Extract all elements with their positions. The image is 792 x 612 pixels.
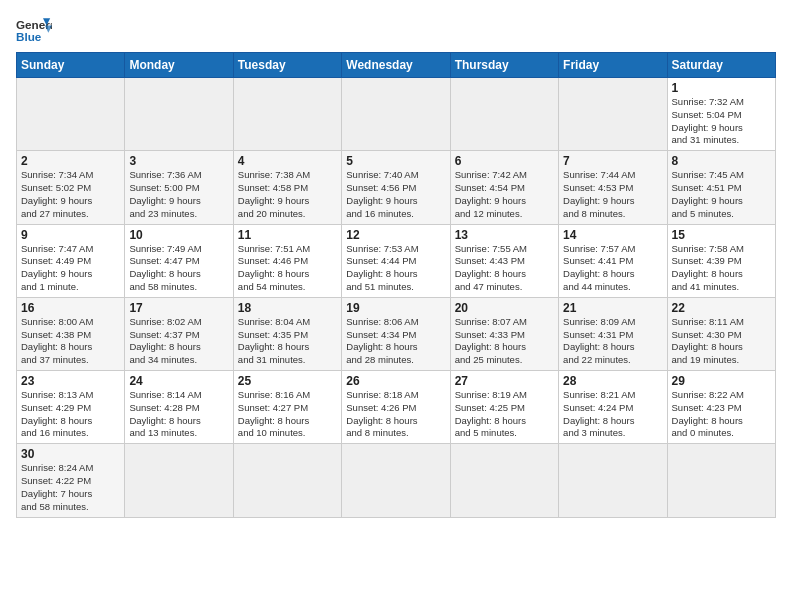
weekday-friday: Friday (559, 53, 667, 78)
weekday-wednesday: Wednesday (342, 53, 450, 78)
weekday-sunday: Sunday (17, 53, 125, 78)
day-number: 5 (346, 154, 445, 168)
day-info: Sunrise: 7:53 AMSunset: 4:44 PMDaylight:… (346, 243, 445, 294)
day-info: Sunrise: 8:06 AMSunset: 4:34 PMDaylight:… (346, 316, 445, 367)
calendar-cell: 18Sunrise: 8:04 AMSunset: 4:35 PMDayligh… (233, 297, 341, 370)
calendar-cell (342, 444, 450, 517)
logo: General Blue (16, 16, 52, 44)
calendar-week-6: 30Sunrise: 8:24 AMSunset: 4:22 PMDayligh… (17, 444, 776, 517)
day-number: 8 (672, 154, 771, 168)
calendar-cell: 15Sunrise: 7:58 AMSunset: 4:39 PMDayligh… (667, 224, 775, 297)
weekday-thursday: Thursday (450, 53, 558, 78)
calendar-cell: 25Sunrise: 8:16 AMSunset: 4:27 PMDayligh… (233, 371, 341, 444)
day-number: 15 (672, 228, 771, 242)
calendar-cell (450, 444, 558, 517)
calendar-cell: 30Sunrise: 8:24 AMSunset: 4:22 PMDayligh… (17, 444, 125, 517)
calendar: SundayMondayTuesdayWednesdayThursdayFrid… (16, 52, 776, 518)
day-info: Sunrise: 7:51 AMSunset: 4:46 PMDaylight:… (238, 243, 337, 294)
day-number: 23 (21, 374, 120, 388)
day-number: 14 (563, 228, 662, 242)
day-info: Sunrise: 7:40 AMSunset: 4:56 PMDaylight:… (346, 169, 445, 220)
day-info: Sunrise: 7:32 AMSunset: 5:04 PMDaylight:… (672, 96, 771, 147)
calendar-week-3: 9Sunrise: 7:47 AMSunset: 4:49 PMDaylight… (17, 224, 776, 297)
day-info: Sunrise: 7:57 AMSunset: 4:41 PMDaylight:… (563, 243, 662, 294)
day-number: 10 (129, 228, 228, 242)
calendar-week-4: 16Sunrise: 8:00 AMSunset: 4:38 PMDayligh… (17, 297, 776, 370)
calendar-cell: 8Sunrise: 7:45 AMSunset: 4:51 PMDaylight… (667, 151, 775, 224)
calendar-cell: 23Sunrise: 8:13 AMSunset: 4:29 PMDayligh… (17, 371, 125, 444)
day-info: Sunrise: 7:49 AMSunset: 4:47 PMDaylight:… (129, 243, 228, 294)
day-number: 18 (238, 301, 337, 315)
calendar-cell (233, 444, 341, 517)
day-info: Sunrise: 8:04 AMSunset: 4:35 PMDaylight:… (238, 316, 337, 367)
calendar-cell: 13Sunrise: 7:55 AMSunset: 4:43 PMDayligh… (450, 224, 558, 297)
calendar-cell: 28Sunrise: 8:21 AMSunset: 4:24 PMDayligh… (559, 371, 667, 444)
header: General Blue (16, 12, 776, 44)
day-info: Sunrise: 7:47 AMSunset: 4:49 PMDaylight:… (21, 243, 120, 294)
weekday-saturday: Saturday (667, 53, 775, 78)
day-number: 6 (455, 154, 554, 168)
calendar-cell: 16Sunrise: 8:00 AMSunset: 4:38 PMDayligh… (17, 297, 125, 370)
calendar-cell: 21Sunrise: 8:09 AMSunset: 4:31 PMDayligh… (559, 297, 667, 370)
day-number: 21 (563, 301, 662, 315)
day-number: 26 (346, 374, 445, 388)
day-number: 1 (672, 81, 771, 95)
day-number: 9 (21, 228, 120, 242)
day-number: 30 (21, 447, 120, 461)
calendar-cell (450, 78, 558, 151)
day-info: Sunrise: 8:21 AMSunset: 4:24 PMDaylight:… (563, 389, 662, 440)
day-number: 27 (455, 374, 554, 388)
calendar-cell (125, 78, 233, 151)
day-number: 29 (672, 374, 771, 388)
day-number: 16 (21, 301, 120, 315)
day-info: Sunrise: 8:11 AMSunset: 4:30 PMDaylight:… (672, 316, 771, 367)
calendar-cell: 29Sunrise: 8:22 AMSunset: 4:23 PMDayligh… (667, 371, 775, 444)
day-info: Sunrise: 8:13 AMSunset: 4:29 PMDaylight:… (21, 389, 120, 440)
day-number: 11 (238, 228, 337, 242)
calendar-cell: 27Sunrise: 8:19 AMSunset: 4:25 PMDayligh… (450, 371, 558, 444)
calendar-cell: 6Sunrise: 7:42 AMSunset: 4:54 PMDaylight… (450, 151, 558, 224)
calendar-cell: 22Sunrise: 8:11 AMSunset: 4:30 PMDayligh… (667, 297, 775, 370)
calendar-cell: 26Sunrise: 8:18 AMSunset: 4:26 PMDayligh… (342, 371, 450, 444)
day-info: Sunrise: 8:22 AMSunset: 4:23 PMDaylight:… (672, 389, 771, 440)
calendar-cell: 11Sunrise: 7:51 AMSunset: 4:46 PMDayligh… (233, 224, 341, 297)
day-info: Sunrise: 8:18 AMSunset: 4:26 PMDaylight:… (346, 389, 445, 440)
calendar-cell: 5Sunrise: 7:40 AMSunset: 4:56 PMDaylight… (342, 151, 450, 224)
calendar-cell: 20Sunrise: 8:07 AMSunset: 4:33 PMDayligh… (450, 297, 558, 370)
calendar-cell: 12Sunrise: 7:53 AMSunset: 4:44 PMDayligh… (342, 224, 450, 297)
day-number: 25 (238, 374, 337, 388)
day-number: 12 (346, 228, 445, 242)
calendar-week-5: 23Sunrise: 8:13 AMSunset: 4:29 PMDayligh… (17, 371, 776, 444)
day-info: Sunrise: 7:42 AMSunset: 4:54 PMDaylight:… (455, 169, 554, 220)
calendar-cell: 9Sunrise: 7:47 AMSunset: 4:49 PMDaylight… (17, 224, 125, 297)
calendar-cell: 10Sunrise: 7:49 AMSunset: 4:47 PMDayligh… (125, 224, 233, 297)
calendar-cell (342, 78, 450, 151)
day-number: 20 (455, 301, 554, 315)
day-number: 22 (672, 301, 771, 315)
calendar-cell: 1Sunrise: 7:32 AMSunset: 5:04 PMDaylight… (667, 78, 775, 151)
day-info: Sunrise: 8:19 AMSunset: 4:25 PMDaylight:… (455, 389, 554, 440)
day-info: Sunrise: 7:34 AMSunset: 5:02 PMDaylight:… (21, 169, 120, 220)
day-info: Sunrise: 8:09 AMSunset: 4:31 PMDaylight:… (563, 316, 662, 367)
day-info: Sunrise: 7:45 AMSunset: 4:51 PMDaylight:… (672, 169, 771, 220)
day-number: 24 (129, 374, 228, 388)
page: General Blue SundayMondayTuesdayWednesda… (0, 0, 792, 526)
day-number: 4 (238, 154, 337, 168)
day-number: 19 (346, 301, 445, 315)
day-number: 7 (563, 154, 662, 168)
calendar-cell (667, 444, 775, 517)
day-number: 2 (21, 154, 120, 168)
calendar-cell: 24Sunrise: 8:14 AMSunset: 4:28 PMDayligh… (125, 371, 233, 444)
calendar-cell: 4Sunrise: 7:38 AMSunset: 4:58 PMDaylight… (233, 151, 341, 224)
weekday-tuesday: Tuesday (233, 53, 341, 78)
calendar-cell (233, 78, 341, 151)
day-number: 13 (455, 228, 554, 242)
day-info: Sunrise: 8:14 AMSunset: 4:28 PMDaylight:… (129, 389, 228, 440)
calendar-cell (559, 78, 667, 151)
day-info: Sunrise: 8:24 AMSunset: 4:22 PMDaylight:… (21, 462, 120, 513)
day-number: 3 (129, 154, 228, 168)
calendar-cell: 2Sunrise: 7:34 AMSunset: 5:02 PMDaylight… (17, 151, 125, 224)
day-info: Sunrise: 8:00 AMSunset: 4:38 PMDaylight:… (21, 316, 120, 367)
day-info: Sunrise: 7:38 AMSunset: 4:58 PMDaylight:… (238, 169, 337, 220)
calendar-cell: 7Sunrise: 7:44 AMSunset: 4:53 PMDaylight… (559, 151, 667, 224)
